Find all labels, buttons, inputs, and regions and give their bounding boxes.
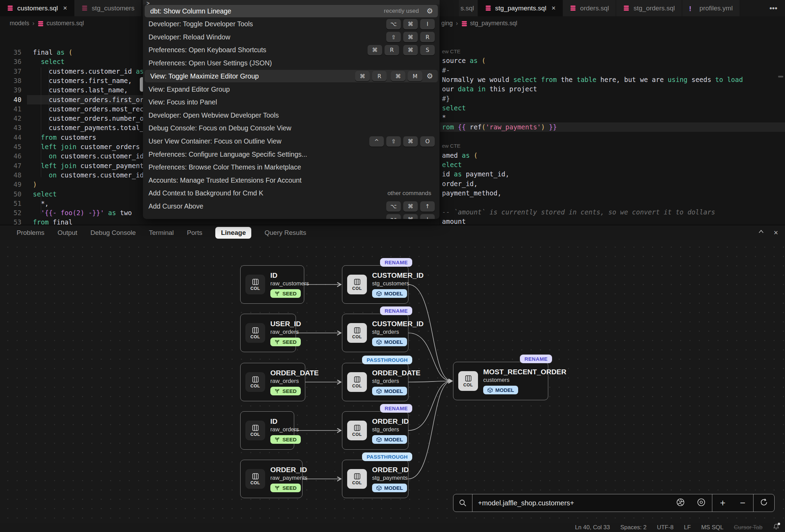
- lineage-node-order_id-raw_payments[interactable]: COLORDER_IDraw_paymentsSEED: [240, 460, 303, 498]
- command-label: Developer: Reload Window: [148, 33, 382, 41]
- command-palette-item[interactable]: ⌥⌘↓: [143, 213, 440, 219]
- panel-tab-lineage[interactable]: Lineage: [215, 227, 251, 239]
- chevron-up-icon[interactable]: [758, 228, 765, 237]
- lineage-node-order_date-raw_orders[interactable]: COLORDER_DATEraw_ordersSEED: [240, 363, 305, 401]
- notifications-bell-icon[interactable]: [773, 523, 779, 532]
- command-palette-item[interactable]: Preferences: Open User Settings (JSON): [143, 57, 440, 70]
- command-palette-item[interactable]: Preferences: Configure Language Specific…: [143, 148, 440, 161]
- gear-icon[interactable]: ⚙: [426, 7, 433, 15]
- zoom-out-button[interactable]: −: [740, 498, 746, 508]
- tab-customers.sql[interactable]: customers.sql×: [0, 0, 74, 16]
- scrollbar-marker[interactable]: [778, 76, 783, 77]
- panel-tab-ports[interactable]: Ports: [187, 229, 202, 237]
- command-palette-item[interactable]: Developer: Toggle Developer Tools⌥⌘I: [143, 18, 440, 31]
- tab-stg_orders.sql[interactable]: stg_orders.sql: [616, 0, 682, 16]
- line-number: 38: [4, 76, 21, 85]
- node-subtitle: raw_orders: [270, 426, 301, 433]
- tab-stg_payments.sql[interactable]: stg_payments.sql×: [478, 0, 563, 16]
- lineage-node-order_id-stg_orders[interactable]: RENAMECOLORDER_IDstg_ordersMODEL: [342, 411, 408, 450]
- command-palette-item[interactable]: View: Toggle Maximize Editor Group⌘R⌘M⚙: [145, 70, 438, 82]
- lineage-node-user_id-raw_orders[interactable]: COLUSER_IDraw_ordersSEED: [240, 314, 296, 352]
- command-label: View: Toggle Maximize Editor Group: [150, 72, 351, 80]
- command-palette-item[interactable]: Debug Console: Focus on Debug Console Vi…: [143, 122, 440, 135]
- database-icon: [81, 5, 88, 11]
- command-palette-item[interactable]: Preferences: Open Keyboard Shortcuts⌘R⌘S: [143, 44, 440, 57]
- key-badge: ↓: [420, 214, 435, 219]
- column-icon: COL: [458, 371, 478, 391]
- gear-icon[interactable]: ⚙: [426, 72, 433, 80]
- editor-right[interactable]: ging › stg_payments.sql ew CTEsource as …: [440, 16, 785, 225]
- lineage-node-order_id-stg_payments[interactable]: PASSTHROUGHCOLORDER_IDstg_paymentsMODEL: [342, 460, 408, 498]
- breadcrumb[interactable]: ging › stg_payments.sql: [441, 18, 517, 28]
- lineage-search-input[interactable]: [472, 494, 670, 512]
- breadcrumb[interactable]: models › customers.sql: [10, 18, 84, 28]
- status-item-spaces-2[interactable]: Spaces: 2: [620, 524, 647, 531]
- status-item-cursor-tab[interactable]: Cursor Tab: [734, 524, 763, 531]
- node-title: MOST_RECENT_ORDER: [483, 368, 566, 376]
- column-icon: COL: [245, 275, 265, 294]
- command-label: Developer: Toggle Developer Tools: [148, 20, 382, 28]
- panel-tab-query-results[interactable]: Query Results: [264, 229, 306, 237]
- node-text: ORDER_DATEraw_ordersSEED: [270, 369, 319, 395]
- command-palette-item[interactable]: View: Focus into Panel: [143, 96, 440, 109]
- command-palette-item[interactable]: Add Context to Background for Cmd Kother…: [143, 187, 440, 200]
- line-number: 36: [4, 57, 21, 66]
- node-title: ID: [270, 271, 309, 279]
- close-panel-icon[interactable]: ×: [774, 228, 778, 237]
- tab-overflow-button[interactable]: •••: [762, 0, 785, 16]
- command-palette-item[interactable]: User View Container: Focus on Outline Vi…: [143, 135, 440, 148]
- target-icon[interactable]: [697, 498, 706, 508]
- code-line: select: [33, 190, 57, 199]
- panel-tab-problems[interactable]: Problems: [17, 229, 44, 237]
- database-icon: [623, 5, 630, 11]
- lineage-search-bar: + −: [453, 494, 775, 512]
- lineage-node-id-raw_orders[interactable]: COLIDraw_ordersSEED: [240, 411, 294, 450]
- command-palette-item[interactable]: dbt: Show Column Lineagerecently used⚙: [145, 5, 438, 17]
- lineage-node-id-raw_customers[interactable]: COLIDraw_customersSEED: [240, 265, 304, 304]
- command-palette-input[interactable]: >: [143, 0, 440, 4]
- command-palette-item[interactable]: Add Cursor Above⌥⌘↑: [143, 200, 440, 213]
- tab-label: stg_customers: [92, 4, 135, 12]
- codelens-label[interactable]: ew CTE: [442, 143, 460, 149]
- status-item-ms-sql[interactable]: MS SQL: [701, 524, 723, 531]
- code-line: customer_orders.number_o: [33, 114, 144, 123]
- lineage-node-most_recent_order-customers[interactable]: RENAMECOLMOST_RECENT_ORDERcustomersMODEL: [453, 362, 548, 400]
- command-palette-item[interactable]: Accounts: Manage Trusted Extensions For …: [143, 174, 440, 187]
- lineage-node-order_date-stg_orders[interactable]: PASSTHROUGHCOLORDER_DATEstg_ordersMODEL: [342, 363, 408, 401]
- node-subtitle: raw_customers: [270, 280, 309, 287]
- command-palette-item[interactable]: View: Expand Editor Group: [143, 83, 440, 96]
- lineage-node-customer_id-stg_customers[interactable]: RENAMECOLCUSTOMER_IDstg_customersMODEL: [342, 265, 408, 304]
- search-tools: [670, 494, 712, 512]
- edge-type-badge: RENAME: [380, 306, 412, 315]
- keybinding-group: ⌥⌘↓: [386, 214, 435, 219]
- refresh-icon[interactable]: [759, 498, 768, 508]
- aperture-icon[interactable]: [676, 498, 685, 508]
- close-icon[interactable]: ×: [551, 4, 556, 12]
- panel-tab-terminal[interactable]: Terminal: [149, 229, 174, 237]
- status-item-ln-40-col-33[interactable]: Ln 40, Col 33: [575, 524, 610, 531]
- command-palette-item[interactable]: Developer: Reload Window⇧⌘R: [143, 31, 440, 44]
- panel-tab-output[interactable]: Output: [57, 229, 77, 237]
- lineage-canvas[interactable]: COLIDraw_customersSEEDCOLUSER_IDraw_orde…: [0, 240, 785, 532]
- model-badge: MODEL: [483, 386, 518, 394]
- status-item-lf[interactable]: LF: [684, 524, 691, 531]
- command-palette-item[interactable]: Developer: Open Webview Developer Tools: [143, 109, 440, 122]
- close-icon[interactable]: ×: [63, 4, 67, 12]
- codelens-label[interactable]: ew CTE: [442, 48, 460, 54]
- column-icon: COL: [347, 372, 367, 392]
- tab-stg_customers[interactable]: stg_customers: [74, 0, 142, 16]
- line-number: 52: [4, 208, 21, 218]
- code-line: customer_orders.first_or: [33, 95, 144, 104]
- panel-tab-debug-console[interactable]: Debug Console: [90, 229, 136, 237]
- code-line: '{{- foo(2) -}}' as two: [33, 208, 132, 218]
- command-palette-item[interactable]: Preferences: Browse Color Themes in Mark…: [143, 161, 440, 174]
- code-line: final as (: [33, 48, 72, 57]
- lineage-node-customer_id-stg_orders[interactable]: RENAMECOLCUSTOMER_IDstg_ordersMODEL: [342, 314, 408, 352]
- tab-partial[interactable]: s.sql: [459, 0, 478, 16]
- status-item-utf-8[interactable]: UTF-8: [657, 524, 674, 531]
- zoom-in-button[interactable]: +: [720, 498, 725, 508]
- tab-profiles.yml[interactable]: !profiles.yml: [682, 0, 740, 16]
- tab-orders.sql[interactable]: orders.sql: [563, 0, 616, 16]
- key-badge: R: [372, 71, 387, 81]
- breadcrumb-path: models: [10, 20, 29, 27]
